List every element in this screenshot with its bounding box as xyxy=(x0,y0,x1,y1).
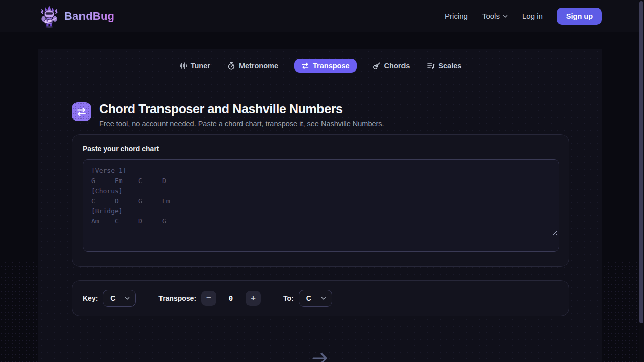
page-title: Chord Transposer and Nashville Numbers xyxy=(99,102,384,116)
key-label: Key: xyxy=(83,294,98,302)
nav-tools-label: Tools xyxy=(482,12,500,20)
page-subtitle: Free tool, no account needed. Paste a ch… xyxy=(99,120,384,128)
main-content: Tuner Metronome Transpose Chords xyxy=(38,49,602,362)
transpose-arrows-icon xyxy=(301,62,309,70)
brand-name: BandBug xyxy=(64,10,114,23)
bandbug-mascot-icon xyxy=(38,5,60,28)
to-select-value: C xyxy=(306,294,311,302)
signup-button[interactable]: Sign up xyxy=(557,8,602,25)
tab-label: Chords xyxy=(384,62,410,70)
transpose-hero-icon xyxy=(72,102,91,121)
tool-tabbar: Tuner Metronome Transpose Chords xyxy=(38,59,602,73)
brand-logo[interactable]: BandBug xyxy=(38,5,114,28)
tab-label: Transpose xyxy=(313,62,350,70)
divider xyxy=(272,290,272,306)
chevron-down-icon xyxy=(502,13,508,19)
tab-label: Scales xyxy=(438,62,461,70)
transfer-arrows-icon xyxy=(76,106,87,117)
transpose-controls-card: Key: C Transpose: − 0 + To: C xyxy=(72,280,569,316)
nav-tools[interactable]: Tools xyxy=(482,12,508,20)
tab-label: Tuner xyxy=(191,62,210,70)
nav-pricing[interactable]: Pricing xyxy=(445,12,468,20)
transpose-plus-button[interactable]: + xyxy=(246,291,261,306)
divider xyxy=(147,290,147,306)
tab-label: Metronome xyxy=(239,62,278,70)
scrollbar[interactable] xyxy=(639,0,644,362)
results-arrow-icon xyxy=(38,352,602,362)
to-label: To: xyxy=(283,294,294,302)
guitar-icon xyxy=(373,62,381,70)
chord-chart-input[interactable] xyxy=(83,159,559,252)
nav-login[interactable]: Log in xyxy=(522,12,543,20)
transpose-minus-button[interactable]: − xyxy=(201,291,216,306)
key-select-value: C xyxy=(110,294,115,302)
tab-metronome[interactable]: Metronome xyxy=(226,59,279,73)
tab-scales[interactable]: Scales xyxy=(426,59,462,73)
chord-chart-card: Paste your chord chart xyxy=(72,134,569,267)
chevron-down-icon xyxy=(124,295,130,301)
hero-text: Chord Transposer and Nashville Numbers F… xyxy=(99,102,384,128)
metronome-timer-icon xyxy=(227,62,235,70)
header: BandBug Pricing Tools Log in Sign up xyxy=(0,0,644,32)
chord-chart-label: Paste your chord chart xyxy=(83,145,558,153)
chevron-down-icon xyxy=(320,295,327,301)
tab-transpose[interactable]: Transpose xyxy=(294,59,357,73)
tab-chords[interactable]: Chords xyxy=(372,59,411,73)
transpose-label: Transpose: xyxy=(158,294,196,302)
scrollbar-thumb[interactable] xyxy=(639,1,643,323)
to-select[interactable]: C xyxy=(299,290,332,307)
key-select[interactable]: C xyxy=(103,290,136,307)
list-music-icon xyxy=(427,62,435,70)
tab-tuner[interactable]: Tuner xyxy=(178,59,211,73)
transpose-value: 0 xyxy=(216,294,246,302)
waveform-icon xyxy=(179,62,187,70)
hero-section: Chord Transposer and Nashville Numbers F… xyxy=(72,102,384,128)
header-nav: Pricing Tools Log in Sign up xyxy=(445,8,602,25)
